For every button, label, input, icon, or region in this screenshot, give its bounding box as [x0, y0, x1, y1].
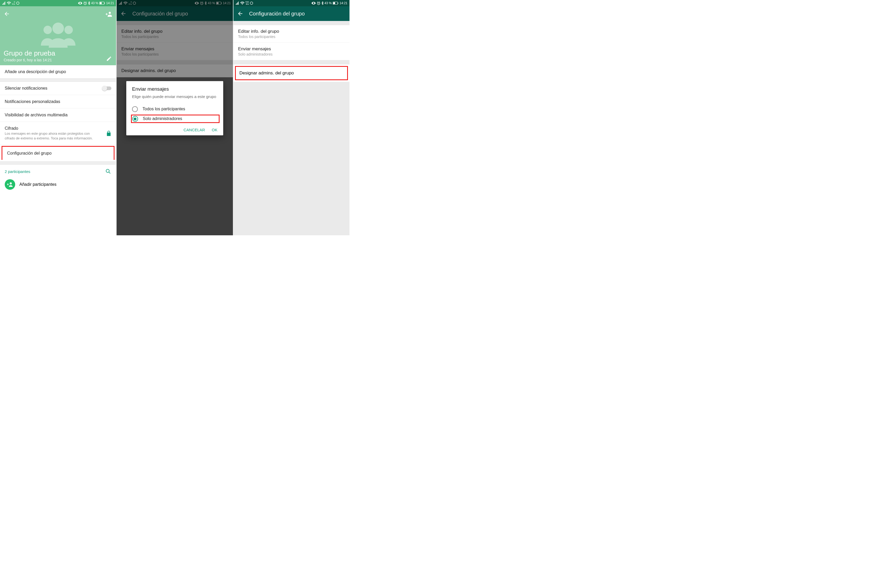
svg-point-9	[106, 169, 109, 172]
designate-admins-title: Designar admins. del grupo	[240, 70, 343, 76]
send-messages-dialog: Enviar mensajes Elige quién puede enviar…	[126, 81, 223, 135]
battery-percent: 43 %	[91, 1, 98, 5]
send-messages-sub: Solo administradores	[238, 52, 345, 56]
option-all-label: Todos los participantes	[142, 107, 185, 112]
svg-point-5	[109, 12, 111, 14]
signal-icon	[235, 2, 239, 5]
svg-rect-3	[100, 2, 102, 4]
battery-percent: 43 %	[325, 1, 332, 5]
svg-rect-20	[338, 3, 338, 4]
alarm-icon	[83, 1, 87, 5]
net-speed: 0K/s	[12, 1, 15, 5]
battery-icon	[333, 2, 339, 5]
add-person-icon	[5, 179, 15, 190]
add-participants-label: Añadir participantes	[19, 182, 56, 187]
net-speed: 530B/s	[246, 1, 249, 5]
battery-icon	[99, 2, 105, 5]
back-icon[interactable]	[237, 10, 243, 17]
signal-icon	[2, 2, 6, 5]
media-visibility-row[interactable]: Visibilidad de archivos multimedia	[0, 108, 116, 122]
lock-icon	[106, 130, 111, 136]
participants-count: 2 participantes	[5, 169, 30, 174]
edit-group-info-row[interactable]: Editar info. del grupo Todos los partici…	[234, 25, 349, 43]
svg-point-7	[64, 26, 73, 34]
status-bar: 0K/s 43 % 14:21	[0, 0, 116, 6]
mute-toggle[interactable]	[102, 87, 111, 90]
custom-notifications-row[interactable]: Notificaciones personalizadas	[0, 95, 116, 108]
mute-row[interactable]: Silenciar notificaciones	[0, 82, 116, 95]
eye-icon	[312, 2, 316, 4]
eye-icon	[78, 2, 82, 4]
dialog-description: Elige quién puede enviar mensajes a este…	[132, 94, 217, 99]
send-messages-row[interactable]: Enviar mensajes Solo administradores	[234, 43, 349, 60]
send-messages-title: Enviar mensajes	[238, 46, 345, 52]
group-header: 0K/s 43 % 14:21	[0, 0, 116, 65]
sync-icon	[16, 2, 19, 5]
group-created: Creado por ti, hoy a las 14:21	[0, 57, 116, 62]
custom-notifications-label: Notificaciones personalizadas	[5, 99, 60, 104]
edit-group-info-title: Editar info. del grupo	[238, 29, 345, 34]
edit-group-info-sub: Todos los participantes	[238, 34, 345, 39]
encryption-title: Cifrado	[5, 126, 94, 131]
back-icon[interactable]	[4, 11, 10, 17]
toolbar-title: Configuración del grupo	[249, 11, 305, 17]
svg-point-10	[10, 182, 12, 184]
radio-checked-icon	[132, 116, 138, 122]
svg-rect-19	[333, 2, 335, 4]
mute-label: Silenciar notificaciones	[5, 86, 47, 91]
screenshot-2-send-dialog: 0K/s 43 % 14:21 Configuración del grupo …	[116, 0, 232, 235]
add-participant-icon[interactable]	[106, 11, 112, 17]
svg-point-0	[16, 2, 19, 4]
encryption-row[interactable]: Cifrado Los mensajes en este grupo ahora…	[0, 122, 116, 145]
group-settings-row[interactable]: Configuración del grupo	[1, 146, 114, 160]
group-settings-label: Configuración del grupo	[7, 151, 52, 156]
status-bar: 530B/s 43 % 14:21	[234, 0, 349, 6]
clock-time: 14:21	[340, 1, 348, 5]
group-avatar-icon	[0, 18, 116, 49]
svg-point-16	[250, 2, 253, 4]
radio-icon	[132, 106, 138, 112]
search-icon[interactable]	[105, 168, 111, 174]
ok-button[interactable]: OK	[212, 128, 217, 132]
section-divider	[0, 79, 116, 82]
add-description-row[interactable]: Añade una descripción del grupo	[0, 65, 116, 79]
alarm-icon	[317, 1, 321, 5]
toolbar: Configuración del grupo	[234, 6, 349, 21]
sync-icon	[250, 2, 253, 5]
media-visibility-label: Visibilidad de archivos multimedia	[5, 112, 67, 117]
option-all-participants[interactable]: Todos los participantes	[132, 104, 217, 115]
svg-point-8	[52, 22, 64, 34]
screenshot-1-group-info: 0K/s 43 % 14:21	[0, 0, 116, 235]
bluetooth-icon	[321, 1, 324, 5]
bluetooth-icon	[88, 1, 90, 5]
svg-rect-4	[104, 3, 105, 4]
dialog-title: Enviar mensajes	[132, 86, 217, 92]
encryption-sub: Los mensajes en este grupo ahora están p…	[5, 131, 94, 141]
section-divider	[0, 161, 116, 165]
screenshot-3-group-settings: 530B/s 43 % 14:21 Configuración del grup…	[233, 0, 349, 235]
cancel-button[interactable]: CANCELAR	[184, 128, 205, 132]
edit-icon[interactable]	[106, 56, 112, 62]
clock-time: 14:21	[106, 1, 114, 5]
designate-admins-row[interactable]: Designar admins. del grupo	[235, 66, 348, 80]
option-only-admins[interactable]: Solo administradores	[131, 115, 220, 123]
svg-point-6	[43, 26, 52, 34]
group-name: Grupo de prueba	[0, 49, 116, 57]
wifi-icon	[7, 2, 11, 5]
add-participants-row[interactable]: Añadir participantes	[0, 177, 116, 194]
empty-area	[234, 82, 349, 235]
wifi-icon	[240, 2, 244, 5]
option-admins-label: Solo administradores	[143, 117, 182, 122]
add-description-label: Añade una descripción del grupo	[5, 69, 66, 74]
